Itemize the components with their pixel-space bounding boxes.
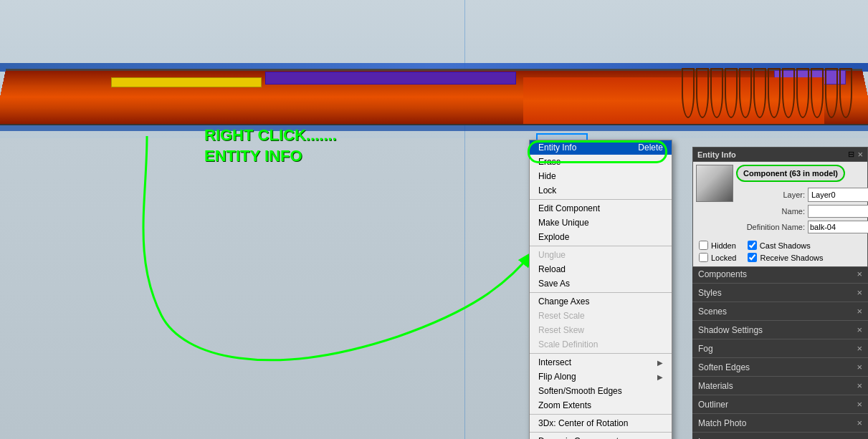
beam-bottom-stripe xyxy=(0,125,868,131)
menu-separator xyxy=(530,353,672,354)
submenu-arrow-intersect: ▶ xyxy=(657,359,663,367)
rib xyxy=(811,68,824,118)
menu-item-label-unglue: Unglue xyxy=(538,250,566,260)
side-panel-label-0: Components xyxy=(698,269,747,279)
side-panel-close-9[interactable]: × xyxy=(857,436,862,439)
name-input[interactable] xyxy=(808,205,868,218)
side-panel-close-0[interactable]: × xyxy=(857,269,862,279)
menu-separator xyxy=(530,246,672,246)
name-row: Name: xyxy=(736,205,868,218)
menu-item-unglue: Unglue xyxy=(530,248,672,262)
menu-item-soften-smooth[interactable]: Soften/Smooth Edges xyxy=(530,384,672,398)
cast-shadows-checkbox-item: Cast Shadows xyxy=(748,241,811,250)
menu-item-entity-info[interactable]: Entity InfoDelete xyxy=(530,140,672,155)
annotation-line1: RIGHT CLICK....... xyxy=(204,125,337,146)
menu-item-label-entity-info: Entity Info xyxy=(538,143,576,153)
menu-item-zoom-extents[interactable]: Zoom Extents xyxy=(530,398,672,413)
side-panel-close-1[interactable]: × xyxy=(857,287,862,298)
menu-separator xyxy=(530,432,672,433)
side-panel-item-5[interactable]: Soften Edges× xyxy=(692,358,868,377)
menu-item-label-soften-smooth: Soften/Smooth Edges xyxy=(538,386,622,396)
side-panel-close-8[interactable]: × xyxy=(857,418,862,428)
component-thumbnail xyxy=(696,165,733,202)
menu-item-dynamic-components[interactable]: Dynamic Components▶ xyxy=(530,434,672,439)
menu-item-label-save-as: Save As xyxy=(538,279,570,289)
hidden-checkbox-item: Hidden xyxy=(699,241,736,250)
menu-item-make-unique[interactable]: Make Unique xyxy=(530,216,672,230)
menu-item-lock[interactable]: Lock xyxy=(530,183,672,198)
menu-item-label-make-unique: Make Unique xyxy=(538,218,589,228)
menu-item-explode[interactable]: Explode xyxy=(530,230,672,244)
side-panel-close-4[interactable]: × xyxy=(857,343,862,354)
menu-separator xyxy=(530,292,672,293)
menu-item-label-explode: Explode xyxy=(538,232,569,242)
side-panel-close-3[interactable]: × xyxy=(857,324,862,335)
side-panel-item-3[interactable]: Shadow Settings× xyxy=(692,321,868,339)
menu-item-scale-definition: Scale Definition xyxy=(530,337,672,352)
hidden-label: Hidden xyxy=(711,241,736,250)
side-panel-item-9[interactable]: Layers× xyxy=(692,433,868,439)
side-panel-item-6[interactable]: Materials× xyxy=(692,377,868,395)
receive-shadows-checkbox[interactable] xyxy=(748,253,757,262)
side-panel-label-4: Fog xyxy=(698,344,713,354)
rib xyxy=(682,68,695,118)
locked-checkbox-item: Locked xyxy=(699,253,736,262)
rib xyxy=(768,68,781,118)
side-panel-close-6[interactable]: × xyxy=(857,380,862,391)
side-panel-close-7[interactable]: × xyxy=(857,399,862,410)
side-panel-label-6: Materials xyxy=(698,381,733,391)
panel-close-button[interactable]: × xyxy=(857,150,863,159)
menu-item-label-dynamic-components: Dynamic Components xyxy=(538,436,623,439)
hidden-checkbox[interactable] xyxy=(699,241,708,250)
context-menu: Entity InfoDeleteEraseHideLockEdit Compo… xyxy=(529,140,672,439)
side-panel-label-9: Layers xyxy=(698,437,724,440)
rib xyxy=(782,68,795,118)
cast-shadows-label: Cast Shadows xyxy=(760,241,811,250)
side-panel-item-7[interactable]: Outliner× xyxy=(692,395,868,414)
side-panel-item-4[interactable]: Fog× xyxy=(692,339,868,358)
menu-item-label-scale-definition: Scale Definition xyxy=(538,339,598,349)
cast-shadows-checkbox[interactable] xyxy=(748,241,757,250)
def-name-row: Definition Name: xyxy=(736,221,868,233)
def-name-label: Definition Name: xyxy=(736,223,808,231)
menu-item-label-hide: Hide xyxy=(538,171,556,181)
rib xyxy=(796,68,809,118)
side-panel-label-5: Soften Edges xyxy=(698,362,750,372)
name-label: Name: xyxy=(736,207,808,216)
locked-checkbox[interactable] xyxy=(699,253,708,262)
receive-shadows-label: Receive Shadows xyxy=(760,254,823,262)
menu-item-change-axes[interactable]: Change Axes xyxy=(530,294,672,309)
side-panel-item-8[interactable]: Match Photo× xyxy=(692,414,868,433)
rib xyxy=(725,68,738,118)
side-panel-label-1: Styles xyxy=(698,288,722,298)
rib xyxy=(825,68,838,118)
menu-item-label-change-axes: Change Axes xyxy=(538,296,589,307)
menu-item-save-as[interactable]: Save As xyxy=(530,276,672,291)
menu-item-label-edit-component: Edit Component xyxy=(538,203,600,213)
menu-item-edit-component[interactable]: Edit Component xyxy=(530,201,672,216)
menu-item-intersect[interactable]: Intersect▶ xyxy=(530,355,672,370)
menu-item-label-reset-scale: Reset Scale xyxy=(538,311,585,321)
menu-item-reset-scale: Reset Scale xyxy=(530,309,672,323)
delete-label[interactable]: Delete xyxy=(638,143,663,153)
menu-item-erase[interactable]: Erase xyxy=(530,155,672,169)
menu-item-hide[interactable]: Hide xyxy=(530,169,672,183)
panel-title-bar: Entity Info ⊟ × xyxy=(693,148,867,162)
side-panel-close-2[interactable]: × xyxy=(857,306,862,317)
purple-bar xyxy=(265,72,516,85)
layer-label: Layer: xyxy=(736,190,808,199)
menu-item-label-3dx-center: 3Dx: Center of Rotation xyxy=(538,418,628,428)
side-panel-item-0[interactable]: Components× xyxy=(692,265,868,284)
layer-select[interactable]: Layer0 xyxy=(808,188,868,202)
def-name-input[interactable] xyxy=(808,221,868,233)
panel-pin-icon[interactable]: ⊟ xyxy=(848,150,854,159)
menu-item-label-lock: Lock xyxy=(538,185,556,196)
menu-item-reload[interactable]: Reload xyxy=(530,262,672,276)
menu-item-3dx-center[interactable]: 3Dx: Center of Rotation xyxy=(530,416,672,430)
side-panel-close-5[interactable]: × xyxy=(857,362,862,372)
side-panel-item-2[interactable]: Scenes× xyxy=(692,302,868,321)
menu-item-label-reset-skew: Reset Skew xyxy=(538,325,584,335)
rib xyxy=(739,68,752,118)
menu-item-flip-along[interactable]: Flip Along▶ xyxy=(530,370,672,384)
side-panel-item-1[interactable]: Styles× xyxy=(692,284,868,302)
